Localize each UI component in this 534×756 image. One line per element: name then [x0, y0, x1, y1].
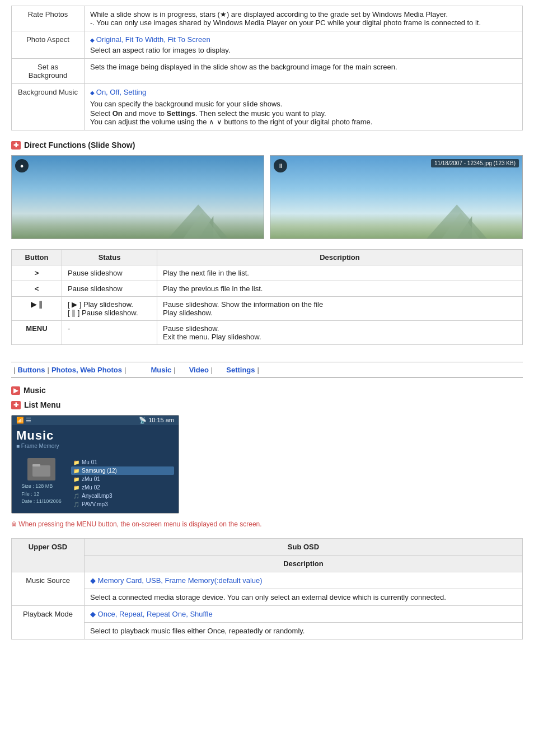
list-menu-header: ✚ List Menu: [11, 400, 523, 409]
nav-music[interactable]: Music: [151, 366, 171, 374]
background-music-row: Background Music On, Off, Setting You ca…: [12, 84, 523, 130]
music-list-item[interactable]: 📁 Mu 01: [71, 458, 174, 466]
music-list-item[interactable]: 📁 Samsung (12): [71, 466, 174, 475]
direct-functions-title: Direct Functions (Slide Show): [24, 141, 135, 150]
row-desc: Play the previous file in the list.: [157, 281, 523, 297]
music-screen-right: 📁 Mu 01📁 Samsung (12)📁 zMu 01📁 zMu 02🎵 A…: [71, 458, 174, 508]
osd-sub-col: Sub OSD: [85, 539, 523, 556]
row-button: <: [12, 281, 62, 297]
folder-icon: 📁: [73, 460, 79, 465]
osd-link: ◆ Once, Repeat, Repeat One, Shuffle: [85, 606, 523, 623]
folder-icon: 📁: [73, 485, 79, 491]
bg-music-desc1: You can specify the background music for…: [90, 100, 517, 108]
photo-aspect-link[interactable]: Original, Fit To Width, Fit To Screen: [90, 35, 517, 44]
music-section: ▶ Music ✚ List Menu 📶 ☰ 📡 10:15 am Music…: [11, 386, 523, 528]
background-music-label: Background Music: [12, 84, 85, 130]
music-screen: 📶 ☰ 📡 10:15 am Music ■ Frame Memory Size…: [11, 415, 179, 514]
row-desc: Pause slideshow. Show the information on…: [157, 297, 523, 321]
music-item-label: PAVV.mp3: [82, 501, 108, 507]
col-description: Description: [157, 250, 523, 265]
background-music-content: On, Off, Setting You can specify the bac…: [85, 84, 523, 130]
topbar-left: 📶 ☰: [16, 417, 31, 424]
slide-left-mountain: [87, 193, 264, 239]
bg-music-desc2: Select On and move to Settings. Then sel…: [90, 109, 517, 118]
nav-sep-2: |: [124, 366, 126, 374]
topbar-right: 📡 10:15 am: [139, 417, 174, 424]
row-desc: Pause slideshow.Exit the menu. Play slid…: [157, 321, 523, 345]
nav-sep-5: |: [257, 366, 259, 374]
row-status: Pause slideshow: [62, 281, 157, 297]
photo-aspect-label: Photo Aspect: [12, 31, 85, 59]
nav-settings[interactable]: Settings: [226, 366, 255, 374]
osd-link: ◆ Memory Card, USB, Frame Memory(:defaul…: [85, 572, 523, 589]
nav-video[interactable]: Video: [189, 366, 209, 374]
slide-table-row: > Pause slideshow Play the next file in …: [12, 265, 523, 281]
music-list-item[interactable]: 🎵 PAVV.mp3: [71, 500, 174, 508]
slide-table-row: MENU - Pause slideshow.Exit the menu. Pl…: [12, 321, 523, 345]
music-source-label: ■ Frame Memory: [16, 443, 174, 449]
folder-svg: [32, 462, 50, 477]
music-list-item[interactable]: 🎵 Anycall.mp3: [71, 492, 174, 500]
music-list-item[interactable]: 📁 zMu 01: [71, 475, 174, 483]
col-button: Button: [12, 250, 62, 265]
row-button: >: [12, 265, 62, 281]
rate-photos-desc: While a slide show is in progress, stars…: [85, 6, 523, 31]
slide-left: ●: [11, 155, 264, 239]
music-screen-title: Music: [16, 428, 174, 443]
slideshow-area: ● ⏸ 11/18/2007 - 12345.jpg (123 KB): [11, 155, 523, 239]
nav-sep-4: |: [211, 366, 213, 374]
direct-functions-header: ✚ Direct Functions (Slide Show): [11, 141, 523, 150]
direct-functions-icon: ✚: [11, 141, 21, 150]
slide-right: ⏸ 11/18/2007 - 12345.jpg (123 KB): [270, 155, 523, 239]
music-list-item[interactable]: 📁 zMu 02: [71, 483, 174, 492]
set-background-row: Set as Background Sets the image being d…: [12, 59, 523, 84]
osd-row-0: Music Source ◆ Memory Card, USB, Frame M…: [12, 572, 523, 589]
music-item-label: Mu 01: [82, 459, 97, 465]
nav-buttons[interactable]: Buttons: [17, 366, 45, 374]
nav-sep-3: |: [174, 366, 175, 374]
nav-sep-0: |: [13, 366, 15, 374]
music-item-label: Anycall.mp3: [82, 493, 112, 499]
slide-table-body: > Pause slideshow Play the next file in …: [12, 265, 523, 345]
rate-photos-label: Rate Photos: [12, 6, 85, 31]
row-status: Pause slideshow: [62, 265, 157, 281]
osd-desc-row-1: Select to playback music files either On…: [12, 623, 523, 640]
slide-table-row: < Pause slideshow Play the previous file…: [12, 281, 523, 297]
bg-music-desc3: You can adjust the volume using the ∧ ∨ …: [90, 118, 517, 126]
osd-desc-row-0: Select a connected media storage device.…: [12, 589, 523, 606]
svg-rect-6: [32, 465, 50, 477]
osd-upper-col: Upper OSD: [12, 539, 85, 572]
music-screen-left: Size : 128 MBFile : 12Date : 11/10/2006: [16, 458, 67, 508]
osd-label: Playback Mode: [12, 606, 85, 640]
osd-desc: Select to playback music files either On…: [85, 623, 523, 640]
list-menu-title: List Menu: [24, 400, 60, 409]
nav-bar: | Buttons | Photos, Web Photos | Music |…: [11, 362, 523, 378]
photo-aspect-content: Original, Fit To Width, Fit To Screen Se…: [85, 31, 523, 59]
osd-desc: Select a connected media storage device.…: [85, 589, 523, 606]
photo-aspect-row: Photo Aspect Original, Fit To Width, Fit…: [12, 31, 523, 59]
osd-label: Music Source: [12, 572, 85, 606]
rate-photos-row: Rate Photos While a slide show is in pro…: [12, 6, 523, 31]
nav-photos[interactable]: Photos, Web Photos: [51, 366, 122, 374]
nav-sep-1: |: [48, 366, 49, 374]
osd-table-body: Music Source ◆ Memory Card, USB, Frame M…: [12, 572, 523, 640]
music-screen-body: Size : 128 MBFile : 12Date : 11/10/2006 …: [12, 454, 179, 513]
slide-info: 11/18/2007 - 12345.jpg (123 KB): [431, 159, 519, 167]
list-menu-icon: ✚: [11, 401, 21, 409]
row-status: -: [62, 321, 157, 345]
osd-table: Upper OSD Sub OSD Description Music Sour…: [11, 538, 523, 640]
slide-right-icon: ⏸: [274, 159, 287, 172]
music-title: Music: [24, 386, 46, 395]
note-icon: 🎵: [73, 502, 79, 507]
music-item-label: zMu 01: [82, 476, 100, 482]
slide-table-header: Button Status Description: [12, 250, 523, 265]
slide-right-mountain: [346, 193, 522, 239]
slide-table-row: ▶ ‖ [ ▶ ] Play slideshow.[ ‖ ] Pause sli…: [12, 297, 523, 321]
folder-icon: 📁: [73, 477, 79, 482]
row-status: [ ▶ ] Play slideshow.[ ‖ ] Pause slidesh…: [62, 297, 157, 321]
music-folder-icon: [27, 458, 55, 480]
music-icon: ▶: [11, 386, 20, 395]
note-icon: 🎵: [73, 493, 79, 499]
photo-aspect-desc: Select an aspect ratio for images to dis…: [90, 46, 517, 54]
on-off-setting-link[interactable]: On, Off, Setting: [90, 88, 517, 96]
